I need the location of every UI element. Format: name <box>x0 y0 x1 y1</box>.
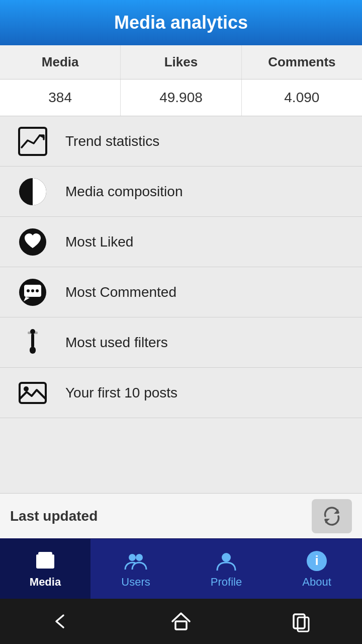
tab-about-label: About <box>302 576 331 589</box>
most-liked-label: Most Liked <box>65 234 133 250</box>
svg-rect-13 <box>20 383 46 403</box>
menu-list: Trend statistics Media composition Most … <box>0 116 362 493</box>
back-button[interactable] <box>45 606 75 636</box>
svg-point-22 <box>222 553 231 562</box>
tab-profile-label: Profile <box>211 576 242 589</box>
media-composition-item[interactable]: Media composition <box>0 167 362 217</box>
refresh-button[interactable] <box>312 499 352 533</box>
tab-media[interactable]: Media <box>0 539 90 599</box>
system-nav-bar <box>0 599 362 644</box>
tab-users-label: Users <box>121 576 150 589</box>
svg-text:i: i <box>315 553 318 568</box>
likes-value: 49.908 <box>121 79 241 116</box>
svg-point-20 <box>129 554 136 561</box>
stats-data-row: 384 49.908 4.090 <box>0 79 362 116</box>
most-commented-item[interactable]: Most Commented <box>0 267 362 317</box>
last-updated-bar: Last updated <box>0 493 362 538</box>
image-icon <box>15 375 50 411</box>
heart-icon <box>15 224 50 260</box>
pie-icon <box>15 174 50 209</box>
comments-value: 4.090 <box>242 79 362 116</box>
svg-rect-12 <box>28 332 38 334</box>
svg-rect-26 <box>294 614 305 628</box>
trend-icon <box>15 124 50 159</box>
svg-point-8 <box>36 289 39 292</box>
refresh-icon <box>322 507 341 526</box>
most-filters-label: Most used filters <box>65 335 168 351</box>
svg-point-21 <box>136 554 143 561</box>
comments-header: Comments <box>242 45 362 79</box>
users-tab-icon <box>124 549 147 573</box>
stats-table: Media Likes Comments 384 49.908 4.090 <box>0 45 362 116</box>
trend-statistics-label: Trend statistics <box>65 133 159 149</box>
filter-icon <box>15 325 50 360</box>
recents-button[interactable] <box>287 606 317 636</box>
first-posts-label: Your first 10 posts <box>65 385 177 401</box>
app-header: Media analytics <box>0 0 362 45</box>
svg-rect-10 <box>31 334 34 348</box>
svg-rect-19 <box>38 552 52 555</box>
last-updated-label: Last updated <box>10 508 98 524</box>
most-liked-item[interactable]: Most Liked <box>0 217 362 267</box>
svg-point-6 <box>27 289 30 292</box>
comment-icon <box>15 275 50 310</box>
trend-statistics-item[interactable]: Trend statistics <box>0 116 362 167</box>
svg-point-7 <box>31 289 34 292</box>
svg-rect-27 <box>298 617 309 631</box>
media-header: Media <box>0 45 121 79</box>
svg-rect-11 <box>30 347 36 354</box>
most-commented-label: Most Commented <box>65 284 176 300</box>
tab-bar: Media Users Profile i About <box>0 538 362 599</box>
about-tab-icon: i <box>305 549 328 573</box>
most-filters-item[interactable]: Most used filters <box>0 317 362 368</box>
first-posts-item[interactable]: Your first 10 posts <box>0 368 362 418</box>
svg-point-14 <box>24 386 29 391</box>
page-title: Media analytics <box>114 12 248 33</box>
profile-tab-icon <box>215 549 238 573</box>
svg-rect-25 <box>175 621 187 629</box>
tab-users[interactable]: Users <box>90 539 181 599</box>
tab-about[interactable]: i About <box>272 539 362 599</box>
media-value: 384 <box>0 79 121 116</box>
home-button[interactable] <box>166 606 196 636</box>
media-tab-icon <box>34 549 57 573</box>
tab-media-label: Media <box>30 576 61 589</box>
tab-profile[interactable]: Profile <box>181 539 272 599</box>
likes-header: Likes <box>121 45 241 79</box>
media-composition-label: Media composition <box>65 184 183 200</box>
svg-rect-18 <box>36 554 54 558</box>
svg-rect-0 <box>19 128 46 155</box>
stats-header-row: Media Likes Comments <box>0 45 362 79</box>
